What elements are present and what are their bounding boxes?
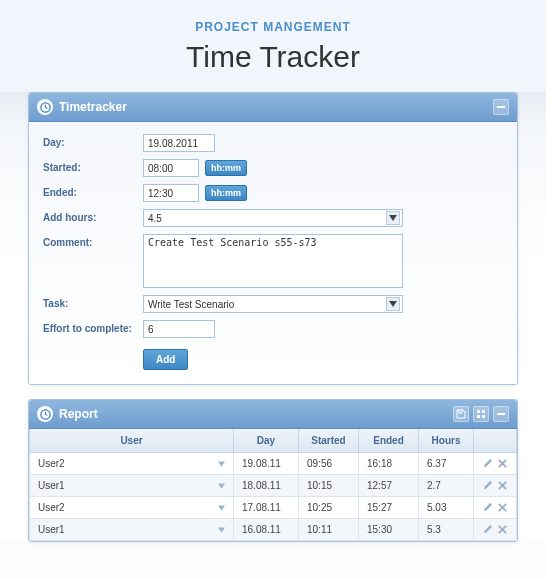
chevron-down-icon xyxy=(386,211,400,225)
cell-hours: 6.37 xyxy=(419,453,474,475)
table-row: User219.08.1109:5616:186.37 xyxy=(30,453,517,475)
grid-button[interactable] xyxy=(473,406,489,422)
table-row: User116.08.1110:1115:305.3 xyxy=(30,519,517,541)
col-day[interactable]: Day xyxy=(234,429,299,453)
timetracker-header: Timetracker xyxy=(29,93,517,122)
page-header: PROJECT MANGEMENT Time Tracker xyxy=(0,0,546,92)
report-icon xyxy=(37,406,53,422)
task-value: Write Test Scenario xyxy=(148,299,234,310)
page-title: Time Tracker xyxy=(0,40,546,74)
page-subtitle: PROJECT MANGEMENT xyxy=(0,20,546,34)
cell-day: 18.08.11 xyxy=(234,475,299,497)
caret-down-icon[interactable] xyxy=(218,480,225,491)
report-panel: Report User Day Started Ended Hours User… xyxy=(28,399,518,542)
timetracker-title: Timetracker xyxy=(59,100,493,114)
svg-rect-4 xyxy=(482,410,485,413)
table-row: User118.08.1110:1512:572.7 xyxy=(30,475,517,497)
save-icon xyxy=(456,409,466,419)
cell-ended: 12:57 xyxy=(359,475,419,497)
report-title: Report xyxy=(59,407,453,421)
cell-started: 10:25 xyxy=(299,497,359,519)
ended-hhmm-button[interactable]: hh:mm xyxy=(205,185,247,201)
effort-input[interactable] xyxy=(143,320,215,338)
edit-icon[interactable] xyxy=(482,502,493,513)
add-button[interactable]: Add xyxy=(143,349,188,370)
minus-icon xyxy=(496,409,506,419)
cell-day: 17.08.11 xyxy=(234,497,299,519)
cell-hours: 2.7 xyxy=(419,475,474,497)
cell-started: 09:56 xyxy=(299,453,359,475)
cell-ended: 15:30 xyxy=(359,519,419,541)
task-select[interactable]: Write Test Scenario xyxy=(143,295,403,313)
col-ended[interactable]: Ended xyxy=(359,429,419,453)
comment-textarea[interactable] xyxy=(143,234,403,288)
cell-started: 10:15 xyxy=(299,475,359,497)
day-label: Day: xyxy=(43,134,143,148)
effort-label: Effort to complete: xyxy=(43,320,143,334)
cell-user: User2 xyxy=(38,502,65,513)
svg-rect-7 xyxy=(497,413,505,415)
report-header: Report xyxy=(29,400,517,429)
ended-label: Ended: xyxy=(43,184,143,198)
svg-rect-5 xyxy=(477,415,480,418)
started-hhmm-button[interactable]: hh:mm xyxy=(205,160,247,176)
col-hours[interactable]: Hours xyxy=(419,429,474,453)
caret-down-icon[interactable] xyxy=(218,458,225,469)
report-collapse-button[interactable] xyxy=(493,406,509,422)
report-table: User Day Started Ended Hours User219.08.… xyxy=(29,429,517,541)
cell-hours: 5.3 xyxy=(419,519,474,541)
cell-ended: 16:18 xyxy=(359,453,419,475)
col-actions xyxy=(474,429,517,453)
svg-rect-3 xyxy=(477,410,480,413)
task-label: Task: xyxy=(43,295,143,309)
edit-icon[interactable] xyxy=(482,524,493,535)
svg-rect-1 xyxy=(497,106,505,108)
save-button[interactable] xyxy=(453,406,469,422)
delete-icon[interactable] xyxy=(497,502,508,513)
cell-ended: 15:27 xyxy=(359,497,419,519)
edit-icon[interactable] xyxy=(482,480,493,491)
col-started[interactable]: Started xyxy=(299,429,359,453)
add-hours-label: Add hours: xyxy=(43,209,143,223)
cell-user: User1 xyxy=(38,524,65,535)
cell-day: 19.08.11 xyxy=(234,453,299,475)
minus-icon xyxy=(496,102,506,112)
timetracker-panel: Timetracker Day: Started: hh:mm Ended xyxy=(28,92,518,385)
ended-input[interactable] xyxy=(143,184,199,202)
cell-hours: 5.03 xyxy=(419,497,474,519)
cell-day: 16.08.11 xyxy=(234,519,299,541)
timetracker-body: Day: Started: hh:mm Ended: hh:mm Add hou… xyxy=(29,122,517,384)
cell-user: User2 xyxy=(38,458,65,469)
add-hours-select[interactable]: 4.5 xyxy=(143,209,403,227)
table-row: User217.08.1110:2515:275.03 xyxy=(30,497,517,519)
caret-down-icon[interactable] xyxy=(218,502,225,513)
add-hours-value: 4.5 xyxy=(148,213,162,224)
delete-icon[interactable] xyxy=(497,480,508,491)
comment-label: Comment: xyxy=(43,234,143,248)
cell-user: User1 xyxy=(38,480,65,491)
chevron-down-icon xyxy=(386,297,400,311)
clock-icon xyxy=(37,99,53,115)
delete-icon[interactable] xyxy=(497,458,508,469)
started-label: Started: xyxy=(43,159,143,173)
collapse-button[interactable] xyxy=(493,99,509,115)
edit-icon[interactable] xyxy=(482,458,493,469)
col-user[interactable]: User xyxy=(30,429,234,453)
caret-down-icon[interactable] xyxy=(218,524,225,535)
started-input[interactable] xyxy=(143,159,199,177)
svg-rect-6 xyxy=(482,415,485,418)
cell-started: 10:11 xyxy=(299,519,359,541)
grid-icon xyxy=(476,409,486,419)
day-input[interactable] xyxy=(143,134,215,152)
delete-icon[interactable] xyxy=(497,524,508,535)
